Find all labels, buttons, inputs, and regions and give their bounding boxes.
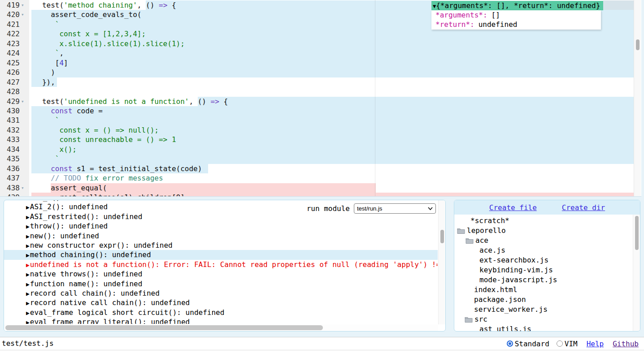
file-tree-file[interactable]: ast_utils.js — [479, 324, 531, 331]
github-link[interactable]: Github — [613, 340, 639, 348]
gutter-line-number[interactable]: 437 — [0, 173, 20, 183]
file-tree-file[interactable]: ext-searchbox.js — [479, 255, 548, 265]
gutter-line-number[interactable]: 431 — [0, 116, 20, 125]
gutter-line-number[interactable]: 424 — [0, 48, 20, 58]
file-tree-file[interactable]: *scratch* — [470, 216, 509, 226]
gutter-line-number[interactable]: 436 — [0, 164, 20, 173]
results-vertical-scrollbar[interactable] — [438, 200, 445, 324]
code-line[interactable]: assert_equal( — [29, 183, 107, 193]
file-tree-file[interactable]: ace.js — [479, 245, 505, 255]
test-result-row[interactable]: ▶eval_frame logical short circuit(): und… — [4, 308, 438, 317]
expand-icon[interactable]: ▶ — [26, 204, 30, 211]
run-module-select[interactable]: test/run.js — [354, 203, 436, 214]
code-line[interactable]: x(); — [29, 145, 77, 154]
expand-icon[interactable]: ▶ — [26, 223, 30, 230]
code-line[interactable]: ` — [29, 154, 59, 164]
test-result-row[interactable]: ▶eval_frame array_literal(): undefined — [4, 317, 438, 324]
create-dir-link[interactable]: Create dir — [562, 203, 605, 212]
code-editor[interactable]: 419▾420▾421422423424425426427428429▾4304… — [0, 0, 641, 197]
code-line[interactable]: assert_code_evals_to( — [29, 10, 141, 19]
code-line[interactable]: root_calltree(s1).children[0], — [29, 193, 189, 197]
gutter-line-number[interactable]: 420 — [0, 10, 20, 19]
expand-icon[interactable]: ▶ — [26, 281, 30, 288]
code-line[interactable]: const x = () => null(); — [29, 125, 159, 135]
results-horizontal-scrollbar[interactable] — [4, 324, 438, 331]
gutter-line-number[interactable]: 433 — [0, 135, 20, 144]
file-tree-directory[interactable]: src — [465, 314, 487, 324]
fold-arrow-icon[interactable]: ▾ — [21, 10, 24, 19]
file-tree-directory[interactable]: ace — [466, 236, 488, 245]
gutter-line-number[interactable]: 421 — [0, 20, 20, 29]
fold-arrow-icon[interactable]: ▾ — [21, 97, 24, 106]
file-tree-file[interactable]: mode-javascript.js — [479, 275, 557, 285]
code-line[interactable]: ` — [29, 116, 59, 125]
expand-icon[interactable]: ▶ — [26, 214, 30, 220]
file-tree[interactable]: *scratch*leporelloaceace.jsext-searchbox… — [454, 215, 633, 331]
results-vertical-scrollbar-thumb[interactable] — [440, 230, 444, 243]
expand-icon[interactable]: ▶ — [26, 200, 30, 201]
expand-icon[interactable]: ▶ — [26, 262, 30, 268]
expand-icon[interactable]: ▶ — [26, 252, 30, 258]
gutter-line-number[interactable]: 426 — [0, 68, 20, 77]
test-result-row[interactable]: ▶throw(): undefined — [4, 221, 438, 231]
expand-icon[interactable]: ▶ — [26, 290, 30, 297]
gutter-line-number[interactable]: 439 — [0, 193, 20, 197]
code-line[interactable]: const unreachable = () => 1 — [29, 135, 176, 144]
gutter-line-number[interactable]: 438 — [0, 183, 20, 193]
expand-icon[interactable]: ▶ — [26, 271, 30, 278]
test-results-list[interactable]: ▶ASI_1(): undefined▶ASI_2(): undefined▶A… — [4, 200, 438, 324]
code-line[interactable]: test('method chaining', () => { — [29, 0, 176, 10]
expand-icon[interactable]: ▶ — [26, 233, 30, 240]
test-result-row[interactable]: ▶record native call chain(): undefined — [4, 298, 438, 307]
test-result-row[interactable]: ▶new constructor expr(): undefined — [4, 241, 438, 250]
expand-icon[interactable]: ▶ — [26, 310, 30, 316]
code-line[interactable]: }), — [29, 77, 55, 87]
code-line[interactable]: `, — [29, 48, 64, 58]
gutter-line-number[interactable]: 432 — [0, 125, 20, 135]
expand-icon[interactable]: ▶ — [26, 242, 30, 249]
file-tree-file[interactable]: package.json — [474, 295, 526, 305]
gutter-line-number[interactable]: 435 — [0, 154, 20, 164]
file-tree-file[interactable]: keybinding-vim.js — [479, 265, 553, 275]
code-line[interactable]: ` — [29, 20, 59, 29]
file-tree-file[interactable]: service_worker.js — [474, 305, 548, 314]
gutter-line-number[interactable]: 430 — [0, 106, 20, 116]
gutter-line-number[interactable]: 422 — [0, 29, 20, 39]
editor-scrollbar[interactable] — [634, 0, 641, 197]
keybinding-standard-radio[interactable] — [507, 340, 513, 347]
editor-scrollbar-thumb[interactable] — [636, 39, 640, 50]
help-link[interactable]: Help — [587, 340, 604, 348]
fold-arrow-icon[interactable]: ▾ — [21, 0, 24, 10]
expand-icon[interactable]: ▶ — [26, 300, 30, 306]
tooltip-header[interactable]: ▼{*arguments*: [], *return*: undefined} — [431, 1, 603, 10]
keybinding-vim-radio[interactable] — [557, 340, 563, 347]
gutter-line-number[interactable]: 423 — [0, 39, 20, 48]
code-line[interactable]: test('undefined is not a function', () =… — [29, 97, 228, 106]
code-line[interactable]: x.slice(1).slice(1).slice(1); — [29, 39, 185, 48]
create-file-link[interactable]: Create file — [489, 203, 537, 212]
code-line[interactable]: const x = [1,2,3,4]; — [29, 29, 146, 39]
file-tree-directory[interactable]: leporello — [457, 226, 506, 236]
code-line[interactable]: const s1 = test_initial_state(code) — [29, 164, 202, 173]
fold-arrow-icon[interactable]: ▾ — [21, 183, 24, 193]
code-line[interactable]: [4] — [29, 58, 68, 68]
test-result-row[interactable]: ▶function name(): undefined — [4, 279, 438, 288]
code-line[interactable]: ) — [29, 68, 55, 77]
test-result-row[interactable]: ▶native throws(): undefined — [4, 269, 438, 279]
keybinding-standard-label[interactable]: Standard — [515, 340, 549, 348]
test-result-row[interactable]: ▶undefined is not a function(): Error: F… — [4, 260, 438, 269]
results-horizontal-scrollbar-thumb[interactable] — [5, 325, 323, 330]
test-result-row[interactable]: ▶method chaining(): undefined — [4, 250, 438, 259]
gutter-line-number[interactable]: 425 — [0, 58, 20, 68]
expand-icon[interactable]: ▶ — [26, 319, 30, 324]
file-tree-file[interactable]: index.html — [474, 285, 517, 295]
test-result-row[interactable]: ▶new(): undefined — [4, 231, 438, 241]
code-line[interactable]: // TODO fix error messages — [29, 173, 163, 183]
files-scrollbar-thumb[interactable] — [635, 216, 639, 250]
code-line[interactable]: const code = — [29, 106, 103, 116]
gutter-line-number[interactable]: 419 — [0, 0, 20, 10]
test-result-row[interactable]: ▶record call chain(): undefined — [4, 288, 438, 298]
gutter-line-number[interactable]: 428 — [0, 87, 20, 96]
files-scrollbar[interactable] — [633, 215, 640, 331]
gutter-line-number[interactable]: 427 — [0, 77, 20, 87]
